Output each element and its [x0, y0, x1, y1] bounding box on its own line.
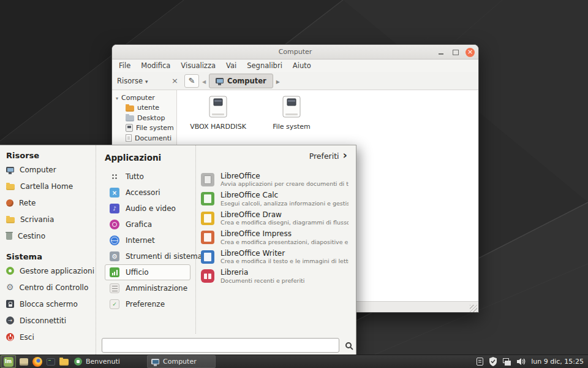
sidebar-item-desktop[interactable]: Desktop — [112, 113, 176, 123]
chevron-right-icon — [343, 151, 347, 161]
location-button-computer[interactable]: Computer — [209, 74, 273, 88]
category-system-tools[interactable]: Strumenti di sistema — [105, 248, 190, 264]
sidebar-item-computer[interactable]: Computer — [112, 93, 176, 103]
category-administration[interactable]: Amministrazione — [105, 280, 190, 296]
folder-icon — [59, 359, 69, 366]
show-desktop-icon — [20, 358, 28, 366]
app-item-libreoffice-writer[interactable]: LibreOffice Writer Crea e modifica il te… — [196, 247, 353, 267]
category-label: Grafica — [126, 220, 152, 229]
window-toolbar: Risorse Computer — [112, 72, 478, 90]
app-item-libreoffice-impress[interactable]: LibreOffice Impress Crea e modifica pres… — [196, 228, 353, 248]
sidebar-root-label: Computer — [121, 94, 155, 102]
file-item-file-system[interactable]: File system — [261, 95, 322, 131]
resize-grip[interactable] — [470, 305, 477, 312]
caret-down-icon — [145, 77, 148, 85]
category-label: Ufficio — [126, 268, 149, 277]
menu-system-quit[interactable]: Esci — [6, 329, 92, 345]
firefox-launcher[interactable] — [31, 355, 43, 368]
category-graphics[interactable]: Grafica — [105, 217, 190, 232]
category-internet[interactable]: Internet — [105, 232, 190, 248]
clipboard-tray-icon[interactable] — [477, 358, 483, 366]
harddisk-icon — [206, 95, 230, 120]
favorites-button[interactable]: Preferiti — [309, 151, 347, 161]
menu-system-software-manager[interactable]: Gestore applicazioni — [6, 263, 92, 279]
menu-places-column: Risorse Computer Cartella Home Rete Scri… — [0, 145, 96, 355]
volume-icon[interactable] — [516, 358, 526, 366]
path-scroll-left-button[interactable] — [199, 74, 209, 88]
menu-file[interactable]: File — [119, 61, 130, 70]
search-input[interactable] — [102, 338, 339, 353]
firefox-icon — [32, 357, 42, 367]
category-office[interactable]: Ufficio — [105, 264, 190, 280]
terminal-launcher[interactable] — [44, 355, 57, 368]
menu-system-lock-screen[interactable]: Blocca schermo — [6, 296, 92, 312]
close-button[interactable] — [466, 48, 475, 57]
sidebar-item-documenti[interactable]: Documenti — [112, 133, 176, 144]
arrow-right-icon — [276, 77, 280, 85]
menu-system-logout[interactable]: Disconnettiti — [6, 312, 92, 329]
menu-place-computer[interactable]: Computer — [6, 161, 92, 178]
search-icon[interactable] — [345, 342, 352, 348]
power-icon — [6, 333, 14, 341]
menu-place-trash[interactable]: Cestino — [6, 228, 92, 244]
menu-segnalibri[interactable]: Segnalibri — [247, 61, 282, 70]
menu-place-network[interactable]: Rete — [6, 194, 92, 211]
menu-visualizza[interactable]: Visualizza — [181, 61, 216, 70]
tree-expander-icon[interactable] — [116, 94, 118, 102]
path-scroll-right-button[interactable] — [273, 74, 283, 88]
menu-place-desktop[interactable]: Scrivania — [6, 211, 92, 228]
menu-button[interactable] — [1, 355, 16, 368]
sidebar-pane-label: Risorse — [117, 77, 143, 85]
sidebar-pane-selector[interactable]: Risorse — [117, 77, 148, 85]
app-description: Avvia applicazioni per creare documenti … — [221, 180, 349, 188]
sidebar-close-icon[interactable] — [172, 77, 178, 85]
mint-menu: Risorse Computer Cartella Home Rete Scri… — [0, 145, 356, 355]
minimize-button[interactable] — [436, 48, 445, 57]
place-label: Computer — [20, 166, 56, 174]
category-all[interactable]: Tutto — [105, 169, 190, 185]
audio-video-icon — [110, 204, 119, 213]
menu-system-control-center[interactable]: Centro di Controllo — [6, 279, 92, 296]
app-item-libreria[interactable]: Libreria Documenti recenti e preferiti — [196, 267, 353, 286]
files-launcher[interactable] — [58, 355, 70, 368]
graphics-icon — [110, 220, 119, 229]
menu-modifica[interactable]: Modifica — [141, 61, 170, 70]
gear-icon — [6, 283, 14, 292]
computer-icon — [151, 359, 159, 364]
category-label: Strumenti di sistema — [126, 252, 202, 261]
app-item-libreoffice-calc[interactable]: LibreOffice Calc Esegui calcoli, analizz… — [196, 190, 353, 209]
file-item-vbox-harddisk[interactable]: VBOX HARDDISK — [187, 95, 249, 131]
menu-vai[interactable]: Vai — [226, 61, 236, 70]
maximize-button[interactable] — [451, 48, 460, 57]
sidebar-item-label: Desktop — [137, 114, 165, 122]
category-accessories[interactable]: Accessori — [105, 185, 190, 201]
clock[interactable]: lun 9 dic, 15:25 — [531, 355, 584, 368]
category-audio-video[interactable]: Audio e video — [105, 201, 190, 217]
menu-aiuto[interactable]: Aiuto — [293, 61, 311, 70]
category-label: Audio e video — [126, 204, 176, 213]
update-shield-icon[interactable] — [489, 357, 497, 366]
menu-categories-column: Applicazioni Tutto Accessori Audio e vid… — [96, 145, 196, 334]
grid-icon — [111, 173, 118, 180]
app-name: LibreOffice Draw — [221, 210, 349, 219]
app-description: Crea e modifica presentazioni, diapositi… — [221, 239, 349, 246]
sidebar-item-file-system[interactable]: File system — [112, 123, 176, 134]
app-name: LibreOffice Writer — [221, 249, 349, 258]
system-tray — [477, 355, 526, 368]
sidebar-item-utente[interactable]: utente — [112, 103, 176, 113]
menu-place-home[interactable]: Cartella Home — [6, 178, 92, 194]
window-menubar: File Modifica Visualizza Vai Segnalibri … — [112, 59, 478, 72]
category-preferences[interactable]: Preferenze — [105, 296, 190, 312]
edit-location-button[interactable] — [184, 74, 199, 88]
sidebar-pane-header: Risorse — [117, 77, 178, 85]
app-description: Crea e modifica il testo e le immagini d… — [221, 258, 349, 265]
system-label: Centro di Controllo — [20, 283, 89, 292]
window-titlebar[interactable]: Computer — [112, 45, 478, 59]
show-desktop-launcher[interactable] — [17, 355, 30, 368]
network-tray-icon[interactable] — [503, 358, 511, 366]
task-button-computer[interactable]: Computer — [147, 355, 216, 368]
libreoffice-writer-icon — [201, 250, 214, 264]
task-button-benvenuti[interactable]: Benvenuti — [70, 355, 143, 368]
app-item-libreoffice-draw[interactable]: LibreOffice Draw Crea e modifica disegni… — [196, 209, 353, 228]
app-item-libreoffice[interactable]: LibreOffice Avvia applicazioni per crear… — [196, 170, 353, 190]
